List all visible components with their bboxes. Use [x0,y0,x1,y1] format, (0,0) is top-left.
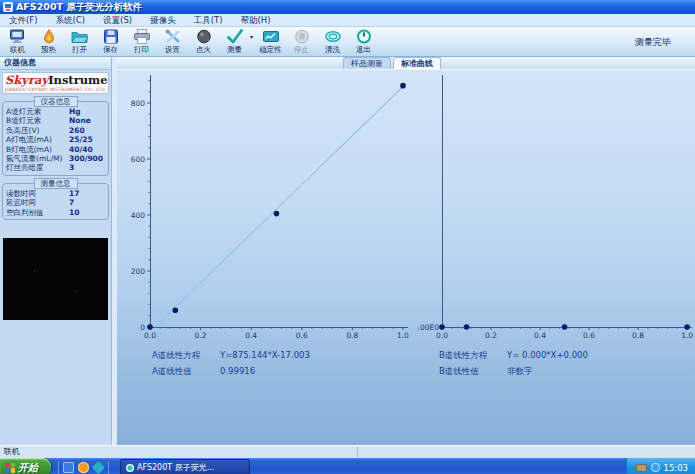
toolbar-button-settings[interactable]: 设置 [157,28,188,56]
app-window: AFS200T 原子荧光分析软件 文件(F) 系统(C) 设置(S) 摄像头 工… [0,0,695,474]
instrument-info-title: 仪器信息 [34,96,78,107]
svg-text:600: 600 [131,155,146,164]
svg-text:800: 800 [131,99,146,108]
tray-icon-2[interactable] [651,463,660,472]
system-tray: 15:03 [626,458,695,474]
menu-item-tools[interactable]: 工具(T) [185,14,232,26]
toolbar-button-print[interactable]: 打印 [126,28,157,56]
logo-brand-italic: Skyray [5,73,48,87]
svg-text:0.2: 0.2 [485,331,497,340]
taskbar-app-label: AFS200T 原子荧光... [137,462,214,473]
quick-launch-icon-3[interactable] [92,461,105,474]
heat-icon [39,29,59,45]
info-row: A灯电流(mA)25/25 [6,135,105,144]
a-equation-value: Y=875.144*X-17.003 [220,350,310,366]
b-equation-label: B道线性方程 [439,350,507,366]
b-linearity-label: B道线性值 [439,366,507,382]
svg-text:1.0: 1.0 [681,331,693,340]
menu-item-camera[interactable]: 摄像头 [141,14,185,26]
svg-text:400: 400 [131,211,146,220]
open-folder-icon [70,29,90,45]
toolbar: 联机 预热 打开 保存 打印 设置 点火 测量 ▾ [0,27,695,57]
menu-item-help[interactable]: 帮助(H) [231,14,279,26]
svg-text:0.6: 0.6 [296,331,308,340]
toolbar-button-preheat[interactable]: 预热 [33,28,64,56]
chart-area: 0.00.20.40.60.81.00200400600800 0.00.20.… [117,69,695,445]
a-linearity-label: A道线性值 [152,366,220,382]
taskbar: 开始 AFS200T 原子荧光... 15:03 [0,458,695,474]
svg-text:1.0: 1.0 [397,331,409,340]
quick-launch-icon-1[interactable] [63,462,74,473]
info-row: 氩气流量(mL/M)300/900 [6,154,105,163]
menu-item-system[interactable]: 系统(C) [47,14,95,26]
print-icon [132,29,152,45]
toolbar-button-measure[interactable]: 测量 [219,28,250,56]
clean-icon [323,29,343,45]
app-icon [3,2,13,12]
windows-logo-icon [5,463,15,473]
measurement-info-title: 测量信息 [34,178,78,189]
sidebar-header: 仪器信息 [0,57,111,70]
camera-view [3,238,108,320]
measurement-info-panel: 测量信息 读数时间17 延迟时间7 空白判别值10 [2,178,109,220]
svg-text:200: 200 [131,267,146,276]
title-bar[interactable]: AFS200T 原子荧光分析软件 [0,0,695,14]
computer-icon [8,29,28,45]
channel-b-calibration-chart: 0.00.20.40.60.81.00.00E0 [417,69,695,357]
svg-text:0.0: 0.0 [144,331,156,340]
toolbar-button-stop[interactable]: 停止 [286,28,317,56]
svg-text:0.6: 0.6 [583,331,595,340]
channel-a-calibration-chart: 0.00.20.40.60.81.00200400600800 [130,69,430,357]
svg-text:0: 0 [140,323,145,332]
app-icon-small [126,464,134,472]
tab-sample-measurement[interactable]: 样品测量 [343,57,391,69]
info-row: 读数时间17 [6,189,105,198]
save-icon [101,29,121,45]
b-equation-value: Y= 0.000*X+0.000 [507,350,588,366]
toolbar-button-open[interactable]: 打开 [64,28,95,56]
menu-bar: 文件(F) 系统(C) 设置(S) 摄像头 工具(T) 帮助(H) [0,14,695,27]
menu-item-file[interactable]: 文件(F) [0,14,47,26]
instrument-info-panel: 仪器信息 A道灯元素Hg B道灯元素None 负高压(V)260 A灯电流(mA… [2,96,109,176]
info-row: A道灯元素Hg [6,107,105,116]
quick-launch-icon-2[interactable] [78,462,89,473]
exit-icon [354,29,374,45]
channel-a-equation-block: A道线性方程Y=875.144*X-17.003 A道线性值0.99916 [152,350,310,382]
toolbar-button-exit[interactable]: 退出 [348,28,379,56]
logo-subtitle: JIANGSU SKYRAY INSTRUMENT CO.,LTD [5,87,106,92]
svg-text:0.00E0: 0.00E0 [417,323,439,332]
info-row: 灯丝亮暗度3 [6,163,105,172]
settings-icon [163,29,183,45]
status-bar: 联机 [0,445,695,458]
toolbar-button-save[interactable]: 保存 [95,28,126,56]
start-button[interactable]: 开始 [0,458,51,474]
menu-item-settings[interactable]: 设置(S) [94,14,141,26]
connection-status: 联机 [4,447,20,456]
logo-brand-rest: Instrument [48,73,109,87]
a-linearity-value: 0.99916 [220,366,255,382]
info-row: B灯电流(mA)40/40 [6,145,105,154]
tab-standard-curve[interactable]: 标准曲线 [393,57,441,69]
svg-text:0.0: 0.0 [436,331,448,340]
toolbar-button-ignite[interactable]: 点火 [188,28,219,56]
stability-icon [261,29,281,45]
toolbar-button-connect[interactable]: 联机 [2,28,33,56]
toolbar-button-clean[interactable]: 清洗 [317,28,348,56]
a-equation-label: A道线性方程 [152,350,220,366]
skyray-logo: SkyrayInstrument JIANGSU SKYRAY INSTRUME… [2,72,109,94]
sidebar: 仪器信息 SkyrayInstrument JIANGSU SKYRAY INS… [0,57,112,445]
svg-text:0.4: 0.4 [245,331,257,340]
start-label: 开始 [18,461,38,474]
measure-icon [225,29,245,45]
quick-launch-bar [58,461,109,474]
tray-icon-1[interactable] [636,464,647,472]
svg-text:0.4: 0.4 [534,331,546,340]
taskbar-app-button[interactable]: AFS200T 原子荧光... [120,459,250,474]
stop-icon [292,29,312,45]
b-linearity-value: 非数字 [507,366,533,382]
measurement-status-text: 测量完毕 [635,36,671,49]
info-row: 负高压(V)260 [6,126,105,135]
toolbar-button-stability[interactable]: 稳定性 [255,28,286,56]
taskbar-clock[interactable]: 15:03 [664,463,689,473]
svg-text:0.2: 0.2 [195,331,207,340]
